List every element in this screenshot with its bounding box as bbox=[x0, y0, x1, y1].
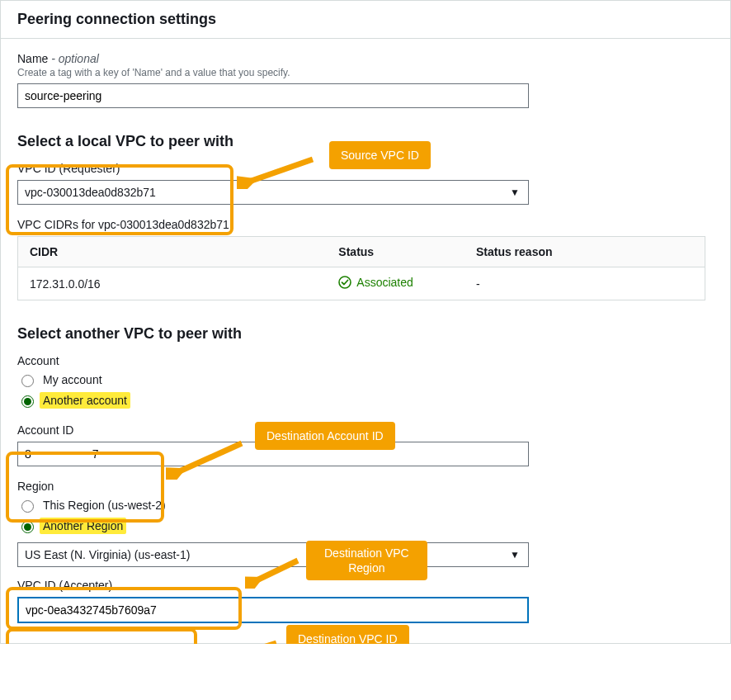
name-helper: Create a tag with a key of 'Name' and a … bbox=[17, 67, 714, 78]
radio-this-region-label: This Region (us-west-2) bbox=[43, 499, 166, 512]
remote-vpc-section-title: Select another VPC to peer with bbox=[17, 325, 714, 343]
region-dropdown[interactable]: US East (N. Virginia) (us-east-1) ▼ bbox=[17, 542, 529, 567]
svg-line-4 bbox=[209, 643, 276, 644]
cell-cidr: 172.31.0.0/16 bbox=[18, 267, 328, 300]
col-status: Status bbox=[327, 237, 465, 267]
radio-this-region[interactable]: This Region (us-west-2) bbox=[17, 498, 714, 513]
radio-another-account-input[interactable] bbox=[21, 395, 34, 408]
name-field: Name - optional Create a tag with a key … bbox=[17, 52, 714, 108]
annotation-label-dest-vpc: Destination VPC ID bbox=[286, 625, 409, 644]
name-input[interactable] bbox=[17, 83, 529, 108]
status-badge: Associated bbox=[338, 276, 413, 289]
name-optional: - optional bbox=[51, 52, 99, 65]
svg-point-0 bbox=[339, 277, 351, 288]
radio-my-account-input[interactable] bbox=[21, 375, 34, 387]
radio-my-account-label: My account bbox=[43, 373, 102, 386]
table-row: 172.31.0.0/16 Associated - bbox=[18, 267, 705, 300]
radio-another-account-label: Another account bbox=[40, 392, 130, 409]
radio-my-account[interactable]: My account bbox=[17, 372, 714, 387]
radio-another-region-input[interactable] bbox=[21, 521, 34, 533]
check-circle-icon bbox=[338, 276, 351, 289]
region-dropdown-value: US East (N. Virginia) (us-east-1) bbox=[25, 548, 190, 561]
name-label: Name bbox=[17, 52, 48, 65]
peering-settings-panel: Peering connection settings Name - optio… bbox=[0, 0, 731, 644]
requester-vpc-id-value: vpc-030013dea0d832b71 bbox=[25, 186, 156, 199]
chevron-down-icon: ▼ bbox=[510, 549, 520, 560]
annotation-label-dest-account: Destination Account ID bbox=[255, 422, 395, 450]
radio-another-region-label: Another Region bbox=[40, 518, 126, 534]
requester-vpc-id-dropdown[interactable]: vpc-030013dea0d832b71 ▼ bbox=[17, 180, 529, 205]
radio-this-region-input[interactable] bbox=[21, 500, 34, 513]
annotation-label-dest-region: Destination VPC Region bbox=[306, 541, 427, 580]
accepter-vpc-id-label: VPC ID (Accepter) bbox=[17, 579, 714, 592]
vpc-cidrs-title: VPC CIDRs for vpc-030013dea0d832b71 bbox=[17, 218, 714, 231]
panel-title: Peering connection settings bbox=[1, 1, 730, 39]
accepter-vpc-id-input[interactable] bbox=[17, 597, 529, 623]
radio-another-region[interactable]: Another Region bbox=[17, 518, 714, 534]
vpc-cidrs-table: CIDR Status Status reason 172.31.0.0/16 bbox=[17, 236, 705, 300]
col-reason: Status reason bbox=[465, 237, 705, 267]
status-text: Associated bbox=[356, 276, 413, 289]
col-cidr: CIDR bbox=[18, 237, 328, 267]
account-label: Account bbox=[17, 354, 714, 367]
chevron-down-icon: ▼ bbox=[510, 187, 520, 198]
cell-reason: - bbox=[465, 267, 705, 300]
annotation-label-source-vpc: Source VPC ID bbox=[329, 141, 431, 169]
region-label: Region bbox=[17, 480, 714, 493]
radio-another-account[interactable]: Another account bbox=[17, 392, 714, 409]
